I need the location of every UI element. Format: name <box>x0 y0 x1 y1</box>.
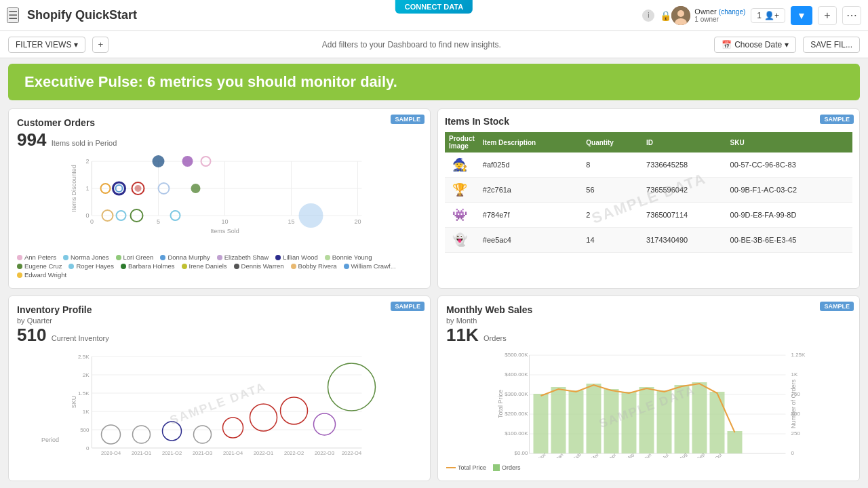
legend-dot <box>275 255 281 260</box>
owner-change-link[interactable]: (change) <box>719 8 745 16</box>
svg-text:2K: 2K <box>83 372 90 378</box>
quantity-cell: 2 <box>582 203 642 228</box>
svg-point-33 <box>153 155 165 167</box>
filter-views-button[interactable]: FILTER VIEWS ▾ <box>8 37 85 53</box>
period-label: Period <box>41 436 59 443</box>
col-product-image[interactable]: Product Image <box>445 132 479 152</box>
avatar <box>671 6 690 25</box>
svg-text:$200.00K: $200.00K <box>505 411 528 417</box>
inventory-count-label: Current Inventory <box>52 334 109 342</box>
info-icon[interactable]: i <box>642 9 654 22</box>
quantity-cell: 14 <box>582 228 642 253</box>
sku-cell: 00-9D-E8-FA-99-8D <box>726 203 852 228</box>
monthly-web-sales-title: Monthly Web Sales <box>446 304 851 315</box>
legend-item: Bobby Rivera <box>291 262 337 270</box>
legend-item: Lori Green <box>116 253 154 261</box>
svg-text:2020-Q4: 2020-Q4 <box>101 450 121 455</box>
sku-cell: 00-9B-F1-AC-03-C2 <box>726 178 852 203</box>
svg-point-53 <box>194 426 212 443</box>
col-id[interactable]: ID <box>642 132 726 152</box>
svg-point-55 <box>250 404 277 431</box>
legend-name: Barbara Holmes <box>128 262 175 270</box>
items-table: Product Image Item Description Quantity … <box>445 132 852 253</box>
customer-orders-title: Customer Orders <box>17 117 422 128</box>
item-description-cell: #784e7f <box>479 203 583 228</box>
svg-text:1.25K: 1.25K <box>791 352 806 358</box>
legend-name: Ann Peters <box>24 253 56 261</box>
id-cell: 7365007114 <box>642 203 726 228</box>
owner-count: 1 <box>757 11 762 20</box>
svg-text:1: 1 <box>85 185 89 192</box>
add-button[interactable]: + <box>818 6 837 25</box>
customer-orders-count: 994 <box>17 129 46 150</box>
legend-item: Ann Peters <box>17 253 56 261</box>
legend-dot <box>17 255 22 260</box>
id-cell: 7336645258 <box>642 152 726 178</box>
svg-text:5: 5 <box>157 218 160 225</box>
lock-icon: 🔒 <box>660 10 671 21</box>
legend-orders: Orders <box>493 464 521 471</box>
filter-icon-button[interactable]: ▼ <box>791 6 812 25</box>
product-image-cell: 👻 <box>445 228 479 253</box>
more-button[interactable]: ⋯ <box>842 6 861 25</box>
chevron-down-icon2: ▾ <box>785 40 789 49</box>
legend-name: Bobby Rivera <box>298 262 337 270</box>
col-sku[interactable]: SKU <box>726 132 852 152</box>
svg-text:SKU: SKU <box>71 396 77 409</box>
col-quantity[interactable]: Quantity <box>582 132 642 152</box>
legend-name: Roger Hayes <box>76 262 113 270</box>
product-image: 🏆 <box>449 179 471 201</box>
item-description-cell: #ee5ac4 <box>479 228 583 253</box>
topbar: ☰ Shopify QuickStart i 🔒 Owner (change) … <box>0 0 868 31</box>
owner-info: Owner (change) 1 owner <box>694 7 745 23</box>
svg-point-34 <box>182 156 193 167</box>
id-cell: 7365596042 <box>642 178 726 203</box>
table-row: 👻 #ee5ac4 14 3174340490 00-BE-3B-6E-E3-4… <box>445 228 852 253</box>
banner: Executive Pulse: 6 metrics you should mo… <box>8 64 860 100</box>
calendar-icon: 📅 <box>722 40 732 49</box>
svg-point-50 <box>102 425 121 444</box>
legend-item: Edward Wright <box>17 271 66 279</box>
save-filter-button[interactable]: SAVE FIL... <box>803 37 860 53</box>
choose-date-button[interactable]: 📅 Choose Date ▾ <box>714 37 796 53</box>
sku-cell: 00-57-CC-96-8C-83 <box>726 152 852 178</box>
legend-item: Bonnie Young <box>325 253 372 261</box>
add-filter-button[interactable]: + <box>92 37 108 53</box>
legend-name: Eugene Cruz <box>24 262 62 270</box>
quantity-cell: 56 <box>582 178 642 203</box>
customer-orders-card: SAMPLE Customer Orders 994 Items sold in… <box>8 108 431 289</box>
legend-dot <box>68 264 74 269</box>
svg-text:$100.00K: $100.00K <box>505 430 528 436</box>
svg-text:2022-Q3: 2022-Q3 <box>315 450 334 455</box>
owner-count-button[interactable]: 1 👤+ <box>751 8 785 23</box>
inventory-profile-card: SAMPLE Inventory Profile by Quarter 510 … <box>8 296 431 481</box>
product-image-cell: 🧙 <box>445 152 479 178</box>
item-description-cell: #2c761a <box>479 178 583 203</box>
svg-text:Items Discounted: Items Discounted <box>71 165 77 212</box>
legend-dot <box>234 264 239 269</box>
legend-item: Donna Murphy <box>160 253 210 261</box>
svg-rect-96 <box>639 387 654 453</box>
inventory-chart: 0 500 1K 1.5K 2K 2.5K SKU <box>17 350 422 451</box>
customer-orders-label: Items sold in Period <box>52 139 117 147</box>
inventory-profile-title: Inventory Profile <box>17 304 422 315</box>
svg-text:$300.00K: $300.00K <box>505 391 528 397</box>
legend-item: Barbara Holmes <box>121 262 175 270</box>
col-item-description[interactable]: Item Description <box>479 132 583 152</box>
svg-point-51 <box>133 426 151 443</box>
total-price-line <box>446 467 456 468</box>
connect-data-button[interactable]: CONNECT DATA <box>395 0 473 14</box>
svg-text:Total Price: Total Price <box>497 390 504 418</box>
app-title: Shopify QuickStart <box>27 8 642 22</box>
svg-point-30 <box>135 185 142 192</box>
svg-text:10: 10 <box>221 218 228 225</box>
product-image: 👻 <box>449 229 471 251</box>
svg-point-56 <box>281 397 308 424</box>
svg-point-57 <box>314 413 336 435</box>
legend-item: Norma Jones <box>63 253 109 261</box>
menu-icon[interactable]: ☰ <box>7 7 19 23</box>
svg-text:2.5K: 2.5K <box>78 354 90 360</box>
svg-text:20: 20 <box>354 218 361 225</box>
legend-dot <box>160 255 165 260</box>
sample-badge: SAMPLE <box>391 115 425 124</box>
